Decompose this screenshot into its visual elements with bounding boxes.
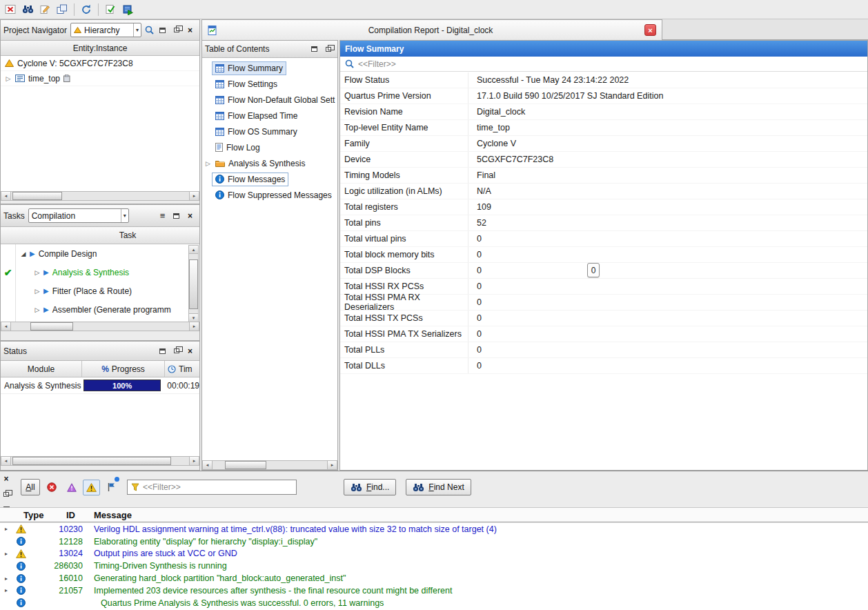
- scroll-thumb[interactable]: [30, 322, 73, 331]
- scroll-right-button[interactable]: ▸: [189, 457, 199, 465]
- scroll-thumb[interactable]: [12, 457, 171, 465]
- message-row[interactable]: Quartus Prime Analysis & Synthesis was s…: [0, 597, 868, 609]
- expander-icon[interactable]: ◢: [19, 250, 28, 257]
- all-filter-button[interactable]: All: [21, 479, 40, 495]
- expander-icon[interactable]: ▸: [0, 587, 12, 593]
- edit-icon[interactable]: [37, 2, 52, 17]
- task-row[interactable]: ◢▶Compile Design: [1, 244, 188, 263]
- message-row[interactable]: ▸13024Output pins are stuck at VCC or GN…: [0, 548, 868, 560]
- column-time[interactable]: Tim: [165, 361, 199, 377]
- scroll-right-button[interactable]: ▸: [189, 322, 199, 331]
- scroll-right-button[interactable]: ▸: [189, 192, 199, 200]
- summary-row[interactable]: Total DSP Blocks0: [340, 263, 867, 279]
- find-icon[interactable]: [20, 2, 35, 17]
- summary-row[interactable]: Logic utilization (in ALMs)N/A: [340, 184, 867, 199]
- column-module[interactable]: Module: [1, 361, 82, 377]
- summary-row[interactable]: Timing ModelsFinal: [340, 168, 867, 184]
- expander-icon[interactable]: ▷: [5, 75, 12, 82]
- expander-icon[interactable]: ▷: [204, 160, 212, 167]
- horizontal-scrollbar[interactable]: ◂ ▸: [1, 191, 199, 201]
- scroll-left-button[interactable]: ◂: [203, 461, 213, 469]
- task-row[interactable]: ▷▶Assembler (Generate programm: [1, 300, 188, 319]
- close-icon[interactable]: ×: [185, 346, 195, 356]
- summary-row[interactable]: Total block memory bits0: [340, 247, 867, 263]
- toc-item[interactable]: Flow Non-Default Global Sett: [202, 92, 337, 108]
- scroll-left-button[interactable]: ◂: [1, 192, 11, 200]
- message-row[interactable]: 12128Elaborating entity "display" for hi…: [0, 535, 868, 548]
- critical-warning-filter-button[interactable]: [63, 480, 80, 495]
- toc-item[interactable]: Flow Settings: [202, 76, 337, 92]
- error-filter-button[interactable]: [43, 480, 60, 495]
- expander-icon[interactable]: ▸: [0, 551, 12, 557]
- search-icon[interactable]: [145, 26, 154, 35]
- task-row[interactable]: ✔▷▶Analysis & Synthesis: [1, 263, 188, 282]
- dock-icon[interactable]: [309, 44, 319, 54]
- float-icon[interactable]: [1, 489, 12, 499]
- toc-item[interactable]: Flow Suppressed Messages: [202, 187, 337, 203]
- tab-compilation-report[interactable]: Compilation Report - Digital_clock ×: [201, 19, 662, 40]
- tasks-mode-dropdown[interactable]: Compilation ▾: [28, 208, 129, 223]
- navigator-mode-dropdown[interactable]: Hierarchy ▾: [70, 23, 141, 37]
- expander-icon[interactable]: ▷: [32, 306, 42, 313]
- new-window-icon[interactable]: [55, 2, 70, 17]
- scroll-thumb[interactable]: [225, 461, 266, 469]
- scroll-thumb[interactable]: [189, 259, 198, 309]
- scroll-thumb[interactable]: [12, 192, 62, 200]
- summary-row[interactable]: Total pins52: [340, 215, 867, 231]
- dock-icon[interactable]: [171, 211, 181, 221]
- refresh-icon[interactable]: [79, 2, 94, 17]
- message-row[interactable]: ▸21057Implemented 203 device resources a…: [0, 584, 868, 597]
- summary-row[interactable]: Total HSSI TX PCSs0: [340, 311, 867, 326]
- expander-icon[interactable]: ▸: [0, 575, 12, 582]
- task-row[interactable]: ▷▶Fitter (Place & Route): [1, 282, 188, 300]
- report-filter-input[interactable]: [358, 59, 862, 69]
- messages-filter-input[interactable]: [143, 482, 293, 492]
- summary-row[interactable]: Total HSSI PMA TX Serializers0: [340, 326, 867, 342]
- message-row[interactable]: 286030Timing-Driven Synthesis is running: [0, 560, 868, 572]
- stop-icon[interactable]: [3, 2, 18, 17]
- status-row[interactable]: Analysis & Synthesis 100% 00:00:19: [1, 377, 199, 394]
- message-row[interactable]: ▸16010Generating hard_block partition "h…: [0, 572, 868, 584]
- close-icon[interactable]: ×: [1, 474, 12, 484]
- summary-row[interactable]: Total PLLs0: [340, 342, 867, 358]
- expander-icon[interactable]: ▷: [32, 269, 42, 276]
- summary-row[interactable]: Total virtual pins0: [340, 231, 867, 247]
- summary-row[interactable]: Revision NameDigital_clock: [340, 104, 867, 120]
- toc-item[interactable]: ▷Analysis & Synthesis: [202, 155, 337, 171]
- menu-icon[interactable]: ≡: [157, 211, 168, 221]
- dock-icon[interactable]: [157, 26, 168, 35]
- tree-row-entity[interactable]: ▷ time_top: [1, 71, 199, 86]
- warning-filter-button[interactable]: [83, 480, 100, 495]
- summary-row[interactable]: Total HSSI PMA RX Deserializers0: [340, 295, 867, 311]
- find-next-button[interactable]: Find Next: [406, 479, 471, 495]
- dock-icon[interactable]: [157, 346, 168, 356]
- toc-item[interactable]: Flow Messages: [202, 171, 337, 187]
- toc-item[interactable]: Flow Summary: [202, 60, 337, 76]
- float-icon[interactable]: [323, 44, 333, 54]
- scroll-down-button[interactable]: ▾: [189, 313, 198, 322]
- tab-close-icon[interactable]: ×: [644, 24, 656, 36]
- summary-row[interactable]: FamilyCyclone V: [340, 136, 867, 152]
- flag-filter-button[interactable]: [103, 480, 120, 495]
- message-row[interactable]: ▸10230Verilog HDL assignment warning at …: [0, 523, 868, 535]
- float-icon[interactable]: [171, 346, 181, 356]
- find-button[interactable]: Find...: [344, 479, 396, 495]
- summary-row[interactable]: Total DLLs0: [340, 358, 867, 374]
- verify-icon[interactable]: [103, 2, 118, 17]
- tree-row-device[interactable]: Cyclone V: 5CGXFC7C7F23C8: [1, 56, 199, 71]
- close-icon[interactable]: ×: [185, 26, 195, 35]
- summary-row[interactable]: Quartus Prime Version17.1.0 Build 590 10…: [340, 88, 867, 104]
- close-icon[interactable]: ×: [185, 211, 195, 221]
- summary-row[interactable]: Device5CGXFC7C7F23C8: [340, 152, 867, 168]
- toc-item[interactable]: Flow Log: [202, 139, 337, 155]
- expander-icon[interactable]: ▷: [32, 288, 42, 295]
- task-row[interactable]: ▷▶TimeQuest Timing Analysis: [1, 319, 188, 322]
- float-icon[interactable]: [171, 26, 181, 35]
- scroll-right-button[interactable]: ▸: [327, 461, 337, 469]
- column-progress[interactable]: % Progress: [82, 361, 165, 377]
- vertical-scrollbar[interactable]: ▴ ▾: [188, 245, 199, 322]
- toc-item[interactable]: Flow Elapsed Time: [202, 108, 337, 124]
- expander-icon[interactable]: ▸: [0, 526, 12, 532]
- summary-row[interactable]: Flow StatusSuccessful - Tue May 24 23:14…: [340, 72, 867, 88]
- toc-item[interactable]: Flow OS Summary: [202, 124, 337, 139]
